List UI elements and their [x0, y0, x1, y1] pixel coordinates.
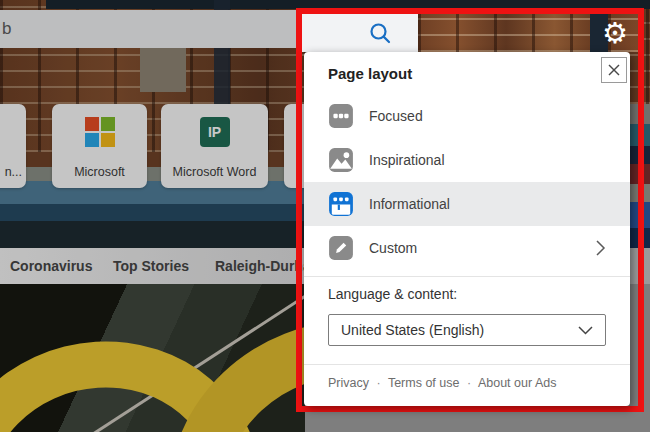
layout-option-label: Focused: [369, 108, 423, 124]
layout-option-label: Inspirational: [369, 152, 445, 168]
search-button-area[interactable]: [302, 14, 418, 52]
page-layout-popup: Page layout Focused: [304, 52, 630, 406]
settings-gear-button[interactable]: ⚙: [599, 15, 631, 51]
divider: [304, 276, 630, 277]
layout-option-inspirational[interactable]: Inspirational: [304, 138, 630, 182]
informational-layout-icon: [328, 191, 354, 217]
terms-link[interactable]: Terms of use: [388, 376, 460, 390]
highlight-rectangle: ⚙ Page layout Focused: [296, 8, 644, 412]
popup-footer: Privacy · Terms of use · About our Ads: [328, 376, 556, 390]
search-icon[interactable]: [368, 21, 392, 45]
footer-separator: ·: [376, 376, 380, 390]
layout-options-menu: Focused Inspirational: [304, 94, 630, 270]
footer-separator: ·: [467, 376, 471, 390]
language-dropdown[interactable]: United States (English): [328, 314, 606, 346]
chevron-right-icon: [595, 239, 606, 257]
layout-option-informational[interactable]: Informational: [304, 182, 630, 226]
layout-option-custom[interactable]: Custom: [304, 226, 630, 270]
close-icon: [608, 64, 620, 76]
chevron-down-icon: [578, 326, 593, 335]
layout-option-focused[interactable]: Focused: [304, 94, 630, 138]
language-label: Language & content:: [328, 286, 457, 302]
browser-new-tab-page: b n... Microsoft IP Microsoft Word Coron…: [0, 0, 650, 432]
privacy-link[interactable]: Privacy: [328, 376, 369, 390]
layout-option-label: Informational: [369, 196, 450, 212]
divider: [304, 364, 630, 365]
close-button[interactable]: [601, 57, 627, 83]
custom-layout-icon: [328, 235, 354, 261]
callout-top-strip: ⚙: [302, 14, 638, 52]
language-dropdown-value: United States (English): [329, 322, 578, 338]
inspirational-layout-icon: [328, 147, 354, 173]
popup-title: Page layout: [328, 65, 412, 82]
focused-layout-icon: [328, 103, 354, 129]
layout-option-label: Custom: [369, 240, 417, 256]
about-ads-link[interactable]: About our Ads: [478, 376, 557, 390]
